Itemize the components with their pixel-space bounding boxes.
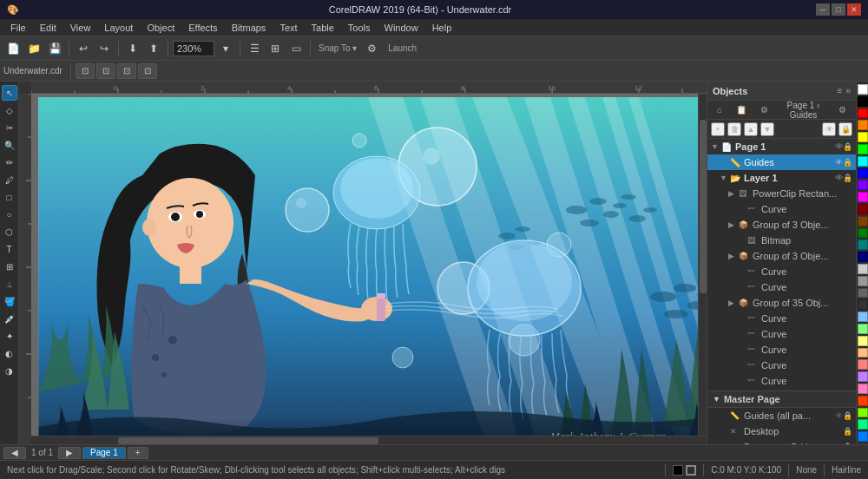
- obj-delete[interactable]: 🗑: [727, 122, 741, 136]
- tree-item-curve4[interactable]: 〰 Curve: [707, 311, 856, 326]
- h-scrollbar-thumb[interactable]: [118, 437, 378, 444]
- panel-icon-1[interactable]: ≡: [838, 86, 843, 95]
- color-swatch-salmon[interactable]: [858, 359, 868, 370]
- canvas-area[interactable]: 0 2 4 6 8 10 12: [19, 82, 707, 444]
- color-swatch-darkteal[interactable]: [858, 240, 868, 250]
- tree-item-desktop[interactable]: ✕ Desktop 🔒: [707, 423, 856, 439]
- color-swatch-red[interactable]: [858, 108, 868, 119]
- color-swatch-orange[interactable]: [858, 120, 868, 130]
- tree-item-guides[interactable]: 📏 Guides 👁 🔒: [707, 154, 856, 170]
- undo-button[interactable]: ↩: [74, 39, 93, 58]
- color-swatch-gray20[interactable]: [858, 299, 868, 310]
- obj-move-down[interactable]: ▼: [760, 122, 774, 136]
- tree-eye-guides-all[interactable]: 👁: [835, 411, 843, 420]
- tree-lock-docgrid[interactable]: 🔒: [843, 443, 852, 444]
- rect-tool[interactable]: □: [2, 189, 17, 205]
- color-swatch-blue[interactable]: [858, 168, 868, 179]
- menu-view[interactable]: View: [63, 19, 98, 36]
- color-swatch-lightyellow[interactable]: [858, 336, 868, 346]
- tree-item-curve7[interactable]: 〰 Curve: [707, 358, 856, 373]
- tree-item-docgrid[interactable]: ✕ Document Grid 🔒: [707, 439, 856, 444]
- save-button[interactable]: 💾: [45, 39, 64, 58]
- parallel-tool[interactable]: ⟂: [2, 276, 17, 292]
- transparency-tool[interactable]: ◑: [2, 363, 17, 378]
- tree-eye-page1[interactable]: 👁: [835, 142, 843, 151]
- panel-settings-btn[interactable]: ⚙: [832, 103, 852, 117]
- color-swatch-darkorange[interactable]: [858, 396, 868, 406]
- color-swatch-brown[interactable]: [858, 216, 868, 226]
- snap-btn-1[interactable]: ⊡: [76, 63, 95, 79]
- menu-bitmaps[interactable]: Bitmaps: [225, 19, 273, 36]
- tree-item-bitmap[interactable]: 🖼 Bitmap: [707, 233, 856, 248]
- select-tool[interactable]: ↖: [2, 85, 17, 101]
- tree-eye-guides[interactable]: 👁: [835, 158, 843, 167]
- menu-text[interactable]: Text: [273, 19, 304, 36]
- maximize-button[interactable]: □: [832, 3, 845, 16]
- tab-page-icon[interactable]: 📋: [730, 103, 753, 117]
- obj-eye-all[interactable]: 👁: [822, 122, 836, 136]
- color-swatch-pink[interactable]: [858, 192, 868, 202]
- tree-item-powerclip[interactable]: ▶ 🖼 PowerClip Rectan...: [707, 186, 856, 201]
- new-button[interactable]: 📄: [3, 39, 23, 58]
- freehand-tool[interactable]: ✏: [2, 154, 17, 170]
- h-scrollbar[interactable]: [31, 436, 707, 444]
- crop-tool[interactable]: ✂: [2, 120, 17, 135]
- tree-item-curve3[interactable]: 〰 Curve: [707, 279, 856, 295]
- export-button[interactable]: ⬆: [144, 39, 163, 58]
- redo-button[interactable]: ↪: [95, 39, 114, 58]
- nav-next-page[interactable]: ▶: [58, 447, 81, 459]
- color-swatch-gray40[interactable]: [858, 288, 868, 299]
- tree-item-page1[interactable]: ▼ 📄 Page 1 👁 🔒: [707, 139, 856, 154]
- text-tool[interactable]: T: [2, 241, 17, 257]
- snap-btn-2[interactable]: ⊡: [96, 63, 115, 79]
- tree-lock-page1[interactable]: 🔒: [843, 142, 852, 151]
- tree-item-group35[interactable]: ▶ 📦 Group of 35 Obj...: [707, 295, 856, 311]
- eyedropper-tool[interactable]: 💉: [2, 311, 17, 326]
- color-swatch-lightgreen[interactable]: [858, 324, 868, 334]
- v-scrollbar[interactable]: [698, 94, 707, 436]
- tree-lock-guides[interactable]: 🔒: [843, 158, 852, 167]
- view-simple[interactable]: ☰: [245, 39, 264, 58]
- tree-item-group1[interactable]: ▶ 📦 Group of 3 Obje...: [707, 217, 856, 233]
- minimize-button[interactable]: ─: [816, 3, 830, 16]
- color-swatch-azure[interactable]: [858, 431, 868, 442]
- menu-window[interactable]: Window: [378, 19, 425, 36]
- color-swatch-mauve[interactable]: [858, 384, 868, 394]
- obj-lock-all[interactable]: 🔒: [838, 122, 852, 136]
- color-swatch-darkred[interactable]: [858, 204, 868, 214]
- shape-tool[interactable]: ◇: [2, 102, 17, 118]
- zoom-tool[interactable]: 🔍: [2, 137, 17, 153]
- v-scrollbar-thumb[interactable]: [700, 120, 707, 293]
- color-swatch-teal[interactable]: [858, 156, 868, 167]
- tab-home-icon[interactable]: ⌂: [711, 103, 728, 117]
- color-swatch-green[interactable]: [858, 144, 868, 154]
- color-swatch-darkgreen[interactable]: [858, 228, 868, 239]
- close-button[interactable]: ✕: [847, 3, 861, 16]
- tree-item-guides-all[interactable]: 📏 Guides (all pa... 👁 🔒: [707, 408, 856, 423]
- tree-lock-layer1[interactable]: 🔒: [843, 174, 852, 182]
- color-swatch-lavender[interactable]: [858, 371, 868, 382]
- obj-new-layer[interactable]: +: [711, 122, 725, 136]
- menu-layout[interactable]: Layout: [97, 19, 140, 36]
- zoom-dropdown[interactable]: ▾: [216, 39, 235, 58]
- tree-lock-desktop[interactable]: 🔒: [843, 427, 852, 436]
- interactive-tool[interactable]: ✦: [2, 328, 17, 344]
- canvas-content[interactable]: Mark Anthony J. Guzman: [31, 94, 707, 444]
- tree-item-curve2[interactable]: 〰 Curve: [707, 264, 856, 279]
- open-button[interactable]: 📁: [24, 39, 43, 58]
- menu-help[interactable]: Help: [425, 19, 459, 36]
- color-swatch-gray80[interactable]: [858, 264, 868, 274]
- artpen-tool[interactable]: 🖊: [2, 172, 17, 187]
- tree-item-curve6[interactable]: 〰 Curve: [707, 342, 856, 358]
- fill-tool[interactable]: 🪣: [2, 293, 17, 309]
- obj-move-up[interactable]: ▲: [744, 122, 758, 136]
- settings-button[interactable]: ⚙: [362, 39, 381, 58]
- menu-table[interactable]: Table: [305, 19, 341, 36]
- tree-item-group2[interactable]: ▶ 📦 Group of 3 Obje...: [707, 248, 856, 264]
- color-swatch-darkblue[interactable]: [858, 252, 868, 262]
- view-preview[interactable]: ▭: [286, 39, 306, 58]
- tree-item-curve5[interactable]: 〰 Curve: [707, 326, 856, 342]
- page-tab-1[interactable]: Page 1: [82, 447, 126, 459]
- color-swatch-white[interactable]: [858, 84, 868, 95]
- nav-prev-page[interactable]: ◀: [3, 447, 26, 459]
